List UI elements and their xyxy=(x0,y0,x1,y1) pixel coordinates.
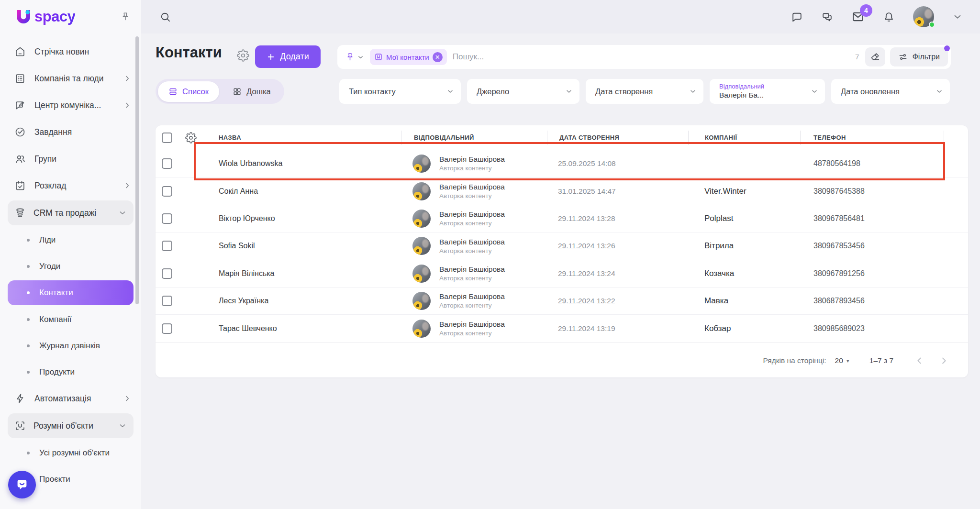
rows-per-page-select[interactable]: 20 ▾ xyxy=(835,356,849,365)
company-name[interactable] xyxy=(688,150,800,177)
company-name[interactable]: Polplast xyxy=(688,205,800,232)
column-header-name[interactable]: НАЗВА xyxy=(208,125,401,150)
sidebar-item-company-people[interactable]: Компанія та люди xyxy=(0,65,141,92)
table-row[interactable]: Леся Українка Валерія Башкірова Авторка … xyxy=(156,288,968,315)
group-chat-icon[interactable] xyxy=(821,11,833,23)
row-checkbox[interactable] xyxy=(162,186,172,197)
sidebar-item-schedule[interactable]: Розклад xyxy=(0,172,141,199)
responsible-role: Авторка контенту xyxy=(439,192,505,200)
sidebar-item-newsfeed[interactable]: Стрічка новин xyxy=(0,38,141,65)
sidebar-item-companies[interactable]: Компанії xyxy=(0,306,141,332)
filter-label: Дата створення xyxy=(595,87,689,96)
contact-name[interactable]: Леся Українка xyxy=(208,288,401,314)
filter-responsible[interactable]: Відповідальний Валерія Ба... xyxy=(710,79,825,104)
rows-per-page-label: Рядків на сторінці: xyxy=(763,356,826,365)
company-name[interactable]: Кобзар xyxy=(688,315,800,342)
profile-chevron-down-icon[interactable] xyxy=(952,11,963,22)
responsible-cell: Валерія Башкірова Авторка контенту xyxy=(401,232,547,259)
contact-name[interactable]: Тарас Шевченко xyxy=(208,315,401,342)
responsible-cell: Валерія Башкірова Авторка контенту xyxy=(401,260,547,287)
view-toggle-board[interactable]: Дошка xyxy=(219,87,284,96)
caret-down-icon: ▾ xyxy=(846,357,849,364)
table-header: НАЗВА ВІДПОВІДАЛЬНИЙ ДАТА СТВОРЕННЯ КОМП… xyxy=(156,125,968,150)
sidebar-item-label: Продукти xyxy=(39,367,75,377)
table-row[interactable]: Sofia Sokil Валерія Башкірова Авторка ко… xyxy=(156,232,968,260)
sidebar-item-call-log[interactable]: Журнал дзвінків xyxy=(0,332,141,359)
sidebar-item-contacts[interactable]: Контакти xyxy=(8,280,134,305)
filter-date-created[interactable]: Дата створення xyxy=(586,79,703,104)
sidebar-item-all-smart-objects[interactable]: Усі розумні об'єкти xyxy=(0,440,141,466)
filter-contact-type[interactable]: Тип контакту xyxy=(339,79,461,104)
column-header-created[interactable]: ДАТА СТВОРЕННЯ xyxy=(547,125,688,150)
sidebar-item-communication-center[interactable]: Центр комуніка... xyxy=(0,92,141,119)
toggle-label-list: Список xyxy=(182,87,209,96)
filter-chip-my-contacts[interactable]: Мої контакти ✕ xyxy=(370,49,447,65)
clear-filters-button[interactable] xyxy=(865,47,885,66)
sidebar-item-groups[interactable]: Групи xyxy=(0,145,141,172)
column-header-companies[interactable]: КОМПАНІЇ xyxy=(688,125,800,150)
row-checkbox[interactable] xyxy=(162,268,172,279)
company-name[interactable]: Козачка xyxy=(688,260,800,287)
contact-name[interactable]: Сокіл Анна xyxy=(208,177,401,204)
row-checkbox[interactable] xyxy=(162,296,172,306)
select-all-checkbox[interactable] xyxy=(162,133,172,143)
table-row[interactable]: Віктор Юрченко Валерія Башкірова Авторка… xyxy=(156,205,968,232)
sidebar-item-label: Компанія та люди xyxy=(34,74,123,84)
support-chat-button[interactable] xyxy=(8,471,36,498)
company-name[interactable]: Мавка xyxy=(688,288,800,314)
saved-filters-pin-button[interactable] xyxy=(345,52,364,62)
search-icon[interactable] xyxy=(159,11,171,23)
table-row[interactable]: Wiola Urbanowska Валерія Башкірова Автор… xyxy=(156,150,968,177)
pagination-prev-icon[interactable] xyxy=(914,355,925,366)
pagination-next-icon[interactable] xyxy=(938,355,949,366)
column-header-responsible[interactable]: ВІДПОВІДАЛЬНИЙ xyxy=(401,125,547,150)
notifications-icon[interactable] xyxy=(883,11,895,23)
responsible-cell: Валерія Башкірова Авторка контенту xyxy=(401,177,547,204)
mail-badge: 4 xyxy=(860,4,872,17)
phone-number: 380985689023 xyxy=(800,315,944,342)
board-view-icon xyxy=(233,87,242,96)
sidebar-item-label: Розклад xyxy=(34,181,123,191)
table-row[interactable]: Тарас Шевченко Валерія Башкірова Авторка… xyxy=(156,315,968,342)
sidebar-item-deals[interactable]: Угоди xyxy=(0,253,141,279)
filter-count: 7 xyxy=(855,53,859,61)
chip-remove-icon[interactable]: ✕ xyxy=(433,52,443,62)
company-name[interactable]: Вітрила xyxy=(688,232,800,259)
add-contact-button[interactable]: Додати xyxy=(255,45,321,68)
sidebar-scrollbar[interactable] xyxy=(135,36,139,304)
filter-label: Відповідальний xyxy=(719,83,811,90)
row-checkbox[interactable] xyxy=(162,323,172,334)
search-input[interactable] xyxy=(453,52,849,62)
row-checkbox[interactable] xyxy=(162,241,172,251)
bullet-icon xyxy=(27,371,30,374)
sidebar-item-products[interactable]: Продукти xyxy=(0,359,141,385)
search-bar: Мої контакти ✕ 7 Фільтри xyxy=(337,45,951,69)
contact-name[interactable]: Марія Вілінська xyxy=(208,260,401,287)
contact-name[interactable]: Sofia Sokil xyxy=(208,232,401,259)
row-checkbox[interactable] xyxy=(162,158,172,169)
table-row[interactable]: Сокіл Анна Валерія Башкірова Авторка кон… xyxy=(156,177,968,205)
sidebar-pin-icon[interactable] xyxy=(120,11,131,22)
row-checkbox[interactable] xyxy=(162,213,172,224)
filter-date-updated[interactable]: Дата оновлення xyxy=(831,79,950,104)
view-toggle-list[interactable]: Список xyxy=(158,81,219,102)
sidebar-item-tasks[interactable]: Завдання xyxy=(0,119,141,145)
responsible-name: Валерія Башкірова xyxy=(439,292,505,301)
contact-name[interactable]: Wiola Urbanowska xyxy=(208,150,401,177)
filters-button[interactable]: Фільтри xyxy=(890,47,948,66)
sidebar-item-automation[interactable]: Автоматизація xyxy=(0,385,141,412)
table-row[interactable]: Марія Вілінська Валерія Башкірова Авторк… xyxy=(156,260,968,288)
chat-icon[interactable] xyxy=(791,11,803,23)
mail-button[interactable]: 4 xyxy=(851,10,865,23)
column-header-phone[interactable]: ТЕЛЕФОН xyxy=(800,125,944,150)
sidebar-group-smart-objects[interactable]: Розумні об'єкти xyxy=(8,413,134,438)
logo[interactable]: spacy xyxy=(0,0,141,33)
sidebar-item-leads[interactable]: Ліди xyxy=(0,227,141,253)
company-name[interactable]: Viter.Winter xyxy=(688,177,800,204)
page-settings-gear-icon[interactable] xyxy=(237,49,249,62)
contact-name[interactable]: Віктор Юрченко xyxy=(208,205,401,232)
sidebar-group-crm[interactable]: CRM та продажі xyxy=(8,200,134,225)
user-avatar[interactable] xyxy=(913,6,934,27)
columns-settings-gear-icon[interactable] xyxy=(185,132,197,144)
filter-source[interactable]: Джерело xyxy=(467,79,579,104)
